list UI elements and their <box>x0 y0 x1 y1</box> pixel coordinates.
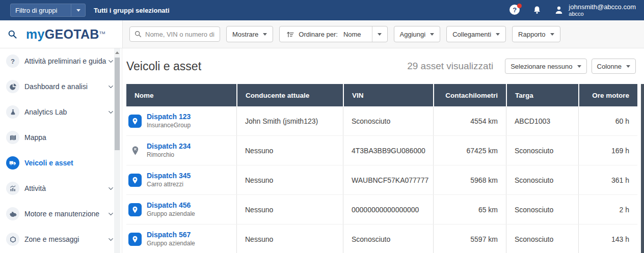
sidebar-item-analytics-lab[interactable]: Analytics Lab <box>0 99 122 125</box>
column-header-odometer[interactable]: Contachilometri <box>433 84 506 106</box>
sidebar-item-dashboard[interactable]: Dashboard e analisi <box>0 74 122 99</box>
vehicle-name-link[interactable]: Dispatch 456 <box>147 201 191 209</box>
show-button[interactable]: Mostrare <box>226 26 273 42</box>
sort-by-main[interactable]: Ordinare per: Nome <box>280 30 367 39</box>
sidebar-item-getting-started[interactable]: ? Attività preliminari e guida <box>0 48 122 74</box>
sort-by-label: Ordinare per: <box>299 31 338 38</box>
chevron-down-icon <box>496 33 500 36</box>
user-org: abcco <box>569 11 636 17</box>
select-none-label: Selezionare nessuno <box>511 63 572 70</box>
sidebar-item-vehicles-assets[interactable]: Veicoli e asset <box>0 150 122 176</box>
sidebar-item-zones-messages[interactable]: Zone e messaggi <box>0 227 122 252</box>
search-icon <box>134 30 142 38</box>
vehicle-name-link[interactable]: Dispatch 234 <box>147 142 191 150</box>
report-button-label: Rapporto <box>518 31 545 38</box>
logo-geotab: GEOTAB <box>45 27 99 41</box>
group-filter-caret[interactable] <box>71 4 85 16</box>
sidebar-search-button[interactable] <box>7 29 18 40</box>
columns-button[interactable]: Colonne <box>592 59 636 74</box>
driver-cell: Nessuno <box>236 165 343 194</box>
logo-tm: TM <box>99 30 105 35</box>
asset-search-box[interactable] <box>129 26 220 42</box>
table-row[interactable]: Dispatch 567 Gruppo aziendale Nessuno Sc… <box>126 224 637 253</box>
group-filter-status: Tutti i gruppi selezionati <box>94 7 170 14</box>
plate-cell: Sconosciuto <box>506 136 578 165</box>
zones-icon <box>6 233 19 246</box>
odometer-cell: 67425 km <box>433 136 506 165</box>
blue-location-pin-icon <box>128 233 142 246</box>
user-email: johnsmith@abcco.com <box>569 3 636 11</box>
mygeotab-logo[interactable]: myGEOTABTM <box>26 27 105 42</box>
sidebar-item-label: Attività preliminari e guida <box>24 57 107 65</box>
header-row: myGEOTABTM Mostrare Ordinare per: Nome <box>0 20 644 48</box>
vehicle-group-label: Gruppo aziendale <box>147 240 195 247</box>
table-row[interactable]: Dispatch 123 InsuranceGroup John Smith (… <box>126 106 637 136</box>
vehicle-group-label: Rimorchio <box>147 151 191 159</box>
blue-location-pin-icon <box>128 115 142 128</box>
columns-label: Colonne <box>597 63 622 70</box>
select-none-button[interactable]: Selezionare nessuno <box>505 59 586 74</box>
sidebar-item-map[interactable]: Mappa <box>0 125 122 150</box>
chevron-down-icon <box>107 108 115 116</box>
engine-hours-cell: 361 h <box>578 165 637 194</box>
plate-cell: Sconosciuto <box>506 195 578 224</box>
bell-icon <box>532 5 542 15</box>
chevron-down-icon <box>378 33 382 36</box>
sidebar-item-activity[interactable]: Attività <box>0 176 122 201</box>
user-menu[interactable]: johnsmith@abcco.com abcco <box>553 3 636 18</box>
sort-by-button[interactable]: Ordinare per: Nome <box>279 26 387 42</box>
page-title: Veicoli e asset <box>126 60 201 73</box>
sidebar: ? Attività preliminari e guida Dashboard… <box>0 48 122 253</box>
sort-by-caret[interactable] <box>372 26 387 42</box>
assets-table: Nome Conducente attuale VIN Contachilome… <box>126 84 637 253</box>
sort-icon <box>286 30 294 39</box>
group-filter-button[interactable]: Filtro di gruppi <box>10 4 86 17</box>
report-button[interactable]: Rapporto <box>512 26 560 42</box>
chevron-down-icon <box>626 65 630 68</box>
plate-cell: ABCD1003 <box>506 106 578 135</box>
bell-button[interactable] <box>532 5 542 15</box>
chevron-down-icon <box>263 33 267 36</box>
chevron-down-icon <box>76 9 81 12</box>
links-button[interactable]: Collegamenti <box>446 26 506 42</box>
column-header-engine-hours[interactable]: Ore motore <box>578 84 637 106</box>
table-scrollbar[interactable] <box>641 84 644 253</box>
table-row[interactable]: Dispatch 456 Gruppo aziendale Nessuno 00… <box>126 195 637 224</box>
plate-cell: Sconosciuto <box>506 224 578 253</box>
column-header-vin[interactable]: VIN <box>343 84 433 106</box>
top-bar: Filtro di gruppi Tutti i gruppi selezion… <box>0 0 644 20</box>
table-row[interactable]: Dispatch 234 Rimorchio Nessuno 4T3BA3BB9… <box>126 136 637 165</box>
add-button-label: Aggiungi <box>400 31 426 38</box>
sidebar-item-label: Veicoli e asset <box>24 159 115 167</box>
column-header-name[interactable]: Nome <box>126 84 236 106</box>
sidebar-item-label: Zone e messaggi <box>24 235 107 243</box>
vehicle-name-link[interactable]: Dispatch 123 <box>147 113 191 121</box>
notification-dot <box>517 4 522 8</box>
odometer-cell: 65 km <box>433 195 506 224</box>
sidebar-item-label: Dashboard e analisi <box>24 82 107 91</box>
page-header: Veicoli e asset 29 asset visualizzati Se… <box>122 48 644 84</box>
asset-search-input[interactable] <box>145 31 216 38</box>
main-content: Veicoli e asset 29 asset visualizzati Se… <box>122 48 644 253</box>
map-icon <box>6 131 19 144</box>
scrollbar-thumb[interactable] <box>115 58 120 150</box>
vehicle-name-link[interactable]: Dispatch 345 <box>147 172 191 180</box>
sidebar-item-engine-maintenance[interactable]: Motore e manutenzione <box>0 201 122 227</box>
add-button[interactable]: Aggiungi <box>394 26 441 42</box>
logo-area: myGEOTABTM <box>0 20 122 48</box>
column-header-driver[interactable]: Conducente attuale <box>236 84 343 106</box>
sidebar-item-label: Motore e manutenzione <box>24 210 107 218</box>
scrollbar-up-arrow-icon[interactable] <box>115 51 119 54</box>
odometer-cell: 4554 km <box>433 106 506 135</box>
column-header-plate[interactable]: Targa <box>506 84 578 106</box>
sidebar-scrollbar[interactable] <box>114 48 120 253</box>
truck-icon <box>6 156 19 170</box>
table-row[interactable]: Dispatch 345 Carro attrezzi Nessuno WAUB… <box>126 165 637 195</box>
vehicle-group-label: Carro attrezzi <box>147 181 191 188</box>
help-button[interactable]: ? <box>509 5 521 16</box>
gray-location-pin-icon <box>128 144 142 157</box>
sidebar-item-label: Attività <box>24 184 107 192</box>
vehicle-name-link[interactable]: Dispatch 567 <box>147 231 191 239</box>
help-icon: ? <box>6 54 19 68</box>
group-filter-label: Filtro di gruppi <box>11 7 71 14</box>
